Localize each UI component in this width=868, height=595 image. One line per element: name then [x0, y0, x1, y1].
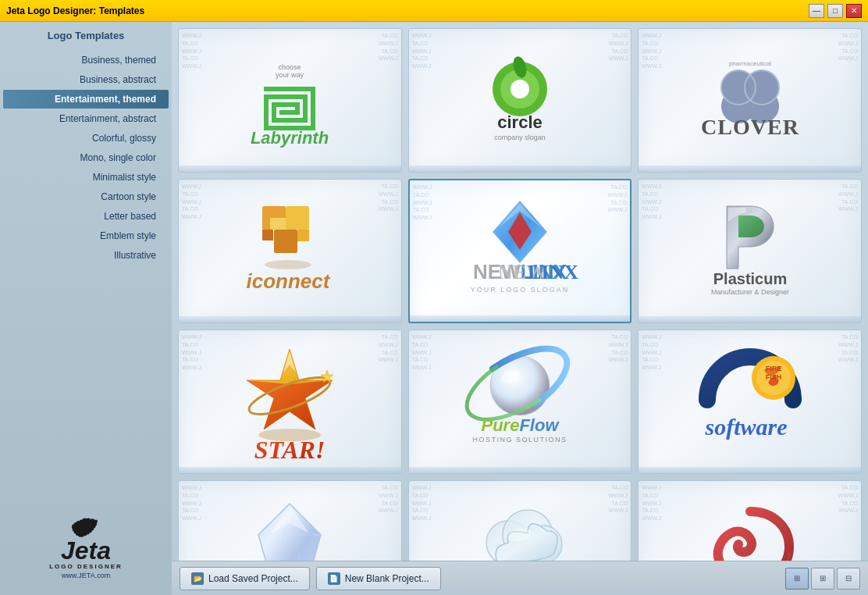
- template-card-circle[interactable]: WWW.JTA.COWWW.JTA.COWWW.J TA.COWWW.JTA.C…: [408, 28, 632, 173]
- template-card-cloud[interactable]: WWW.JTA.COWWW.JTA.COWWW.J TA.COWWW.JTA.C…: [408, 480, 632, 561]
- jeta-brand-name: Jeta: [61, 538, 111, 563]
- svg-text:Labyrinth: Labyrinth: [251, 128, 329, 148]
- close-button[interactable]: ✕: [846, 4, 862, 18]
- svg-text:company slogan: company slogan: [494, 134, 546, 141]
- template-card-newlinx[interactable]: WWW.JTA.COWWW.JTA.COWWW.J TA.COWWW.JTA.C…: [408, 179, 632, 323]
- sidebar-item-illustrative[interactable]: Illustrative: [3, 246, 169, 265]
- sidebar-item-emblem-style[interactable]: Emblem style: [3, 226, 169, 245]
- template-grid-scroll[interactable]: WWW.JTA.COWWW.JTA.COWWW.J TA.COWWW.JTA.C…: [172, 22, 868, 561]
- jeta-brand-sub: LOGO DESIGNER: [49, 563, 123, 570]
- svg-text:choose: choose: [279, 63, 301, 71]
- bottom-bar: 📂 Load Saved Project... 📄 New Blank Proj…: [172, 561, 868, 595]
- load-btn-label: Load Saved Project...: [208, 573, 298, 584]
- jeta-logo-image: Jeta LOGO DESIGNER www.JETA.com: [47, 517, 125, 579]
- view-small-button[interactable]: ⊟: [837, 568, 860, 590]
- sidebar-item-letter-based[interactable]: Letter based: [3, 207, 169, 226]
- sidebar-item-business--themed[interactable]: Business, themed: [3, 51, 169, 69]
- logo-iconnect-content: iconnect: [179, 180, 401, 322]
- svg-text:circle: circle: [497, 112, 542, 132]
- svg-text:STAR!: STAR!: [254, 436, 326, 464]
- svg-text:CLOVER: CLOVER: [701, 115, 799, 139]
- svg-rect-21: [297, 230, 309, 241]
- sidebar-item-entertainment--themed[interactable]: Entertainment, themed: [3, 90, 169, 109]
- new-btn-label: New Blank Project...: [345, 573, 429, 584]
- logo-cloud-content: [409, 481, 631, 561]
- logo-swirl-content: [639, 481, 861, 561]
- sidebar: Logo Templates Business, themedBusiness,…: [0, 22, 172, 595]
- load-project-button[interactable]: 📂 Load Saved Project...: [180, 567, 310, 590]
- minimize-button[interactable]: —: [809, 4, 824, 18]
- title-bar-text: Jeta Logo Designer: Templates: [6, 5, 144, 16]
- logo-firefish-content: FIRE FISH software: [639, 330, 861, 473]
- svg-text:software: software: [704, 414, 787, 440]
- content-area: WWW.JTA.COWWW.JTA.COWWW.J TA.COWWW.JTA.C…: [172, 22, 868, 595]
- svg-text:Manufacturer & Designer: Manufacturer & Designer: [711, 288, 789, 296]
- new-icon: 📄: [328, 572, 340, 585]
- sidebar-item-cartoon-style[interactable]: Cartoon style: [3, 187, 169, 206]
- svg-text:Plasticum: Plasticum: [713, 270, 786, 287]
- logo-labyrinth-content: choose your way Labyrinth: [179, 29, 401, 172]
- svg-text:FIRE: FIRE: [765, 365, 781, 372]
- svg-rect-20: [262, 230, 273, 240]
- logo-circle-content: circle company slogan: [409, 29, 631, 172]
- view-large-button[interactable]: ⊞: [785, 568, 809, 590]
- sidebar-title: Logo Templates: [0, 30, 172, 41]
- horse-icon: [62, 517, 109, 538]
- svg-text:PureFlow: PureFlow: [481, 415, 560, 435]
- template-card-pureflow[interactable]: WWW.JTA.COWWW.JTA.COWWW.J TA.COWWW.JTA.C…: [408, 330, 632, 474]
- svg-text:HOSTING SOLUTIONS: HOSTING SOLUTIONS: [472, 436, 567, 444]
- logo-crystal-content: [179, 481, 401, 561]
- sidebar-item-business--abstract[interactable]: Business, abstract: [3, 70, 169, 89]
- logo-clover-content: pharmaceutical CLOVER: [639, 29, 861, 172]
- sidebar-items-list: Business, themedBusiness, abstractEntert…: [0, 51, 172, 265]
- jeta-website: www.JETA.com: [62, 572, 110, 579]
- title-bar: Jeta Logo Designer: Templates — □ ✕: [0, 0, 868, 22]
- svg-rect-18: [286, 206, 309, 230]
- logo-star-content: STAR!: [179, 330, 401, 473]
- svg-text:your way: your way: [276, 71, 304, 79]
- template-card-star[interactable]: WWW.JTA.COWWW.JTA.COWWW.J TA.COWWW.JTA.C…: [178, 330, 402, 474]
- sidebar-item-entertainment--abstract[interactable]: Entertainment, abstract: [3, 109, 169, 128]
- template-card-clover[interactable]: WWW.JTA.COWWW.JTA.COWWW.J TA.COWWW.JTA.C…: [638, 28, 862, 173]
- sidebar-nav: Logo Templates Business, themedBusiness,…: [0, 30, 172, 265]
- logo-plasticum-content: Plasticum Manufacturer & Designer: [639, 180, 861, 322]
- view-medium-button[interactable]: ⊞: [811, 568, 834, 590]
- main-container: Logo Templates Business, themedBusiness,…: [0, 22, 868, 595]
- view-buttons: ⊞ ⊞ ⊟: [785, 568, 860, 590]
- template-card-crystal[interactable]: WWW.JTA.COWWW.JTA.COWWW.J TA.COWWW.JTA.C…: [178, 480, 402, 561]
- template-card-firefish[interactable]: WWW.JTA.COWWW.JTA.COWWW.J TA.COWWW.JTA.C…: [638, 330, 862, 474]
- svg-rect-19: [274, 230, 297, 253]
- sidebar-logo: Jeta LOGO DESIGNER www.JETA.com: [0, 509, 172, 587]
- new-project-button[interactable]: 📄 New Blank Project...: [316, 567, 441, 590]
- svg-rect-22: [270, 218, 286, 230]
- sidebar-item-colorful--glossy[interactable]: Colorful, glossy: [3, 129, 169, 148]
- svg-point-23: [265, 260, 311, 269]
- svg-text:pharmaceutical: pharmaceutical: [729, 60, 771, 67]
- maximize-button[interactable]: □: [827, 4, 843, 18]
- svg-text:FISH: FISH: [765, 373, 781, 381]
- svg-text:iconnect: iconnect: [247, 269, 331, 293]
- svg-text:YOUR LOGO SLOGAN: YOUR LOGO SLOGAN: [471, 286, 570, 294]
- svg-point-5: [510, 80, 529, 98]
- template-card-iconnect[interactable]: WWW.JTA.COWWW.JTA.COWWW.J TA.COWWW.JTA.C…: [178, 179, 402, 323]
- load-icon: 📂: [191, 572, 204, 585]
- svg-text:LINX: LINX: [528, 261, 578, 283]
- logo-pureflow-content: PureFlow HOSTING SOLUTIONS: [409, 330, 631, 473]
- template-card-swirl[interactable]: WWW.JTA.COWWW.JTA.COWWW.J TA.COWWW.JTA.C…: [638, 480, 862, 561]
- svg-marker-35: [247, 380, 333, 429]
- template-card-labyrinth[interactable]: WWW.JTA.COWWW.JTA.COWWW.J TA.COWWW.JTA.C…: [178, 28, 402, 173]
- logo-newlinx-content: NEWLINX NEW LINX YOUR LOGO SLOGAN: [410, 180, 631, 322]
- template-grid: WWW.JTA.COWWW.JTA.COWWW.J TA.COWWW.JTA.C…: [178, 28, 862, 561]
- sidebar-item-mono--single-color[interactable]: Mono, single color: [3, 148, 169, 167]
- title-bar-buttons: — □ ✕: [809, 4, 862, 18]
- sidebar-item-minimalist-style[interactable]: Minimalist style: [3, 168, 169, 187]
- template-card-plasticum[interactable]: WWW.JTA.COWWW.JTA.COWWW.J TA.COWWW.JTA.C…: [638, 179, 862, 323]
